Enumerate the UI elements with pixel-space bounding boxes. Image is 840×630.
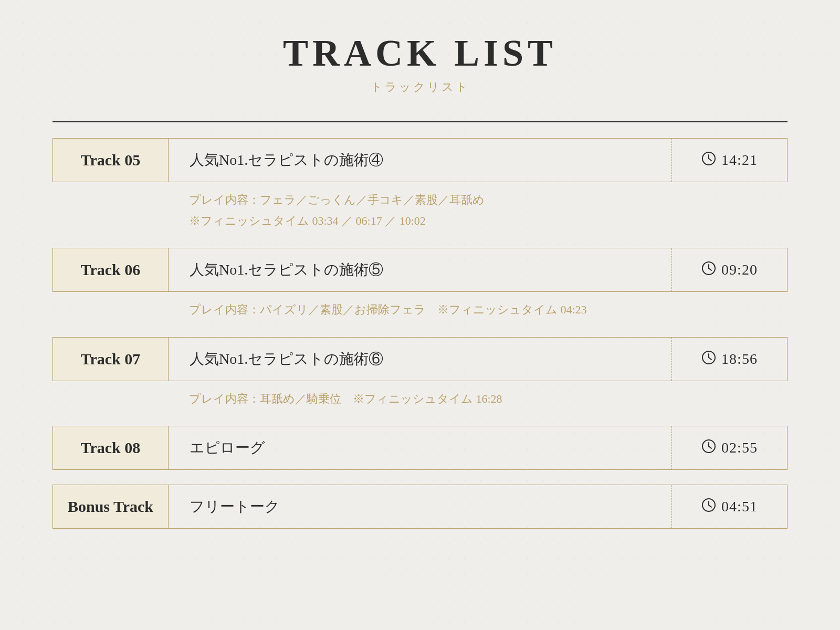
track-label-track05: Track 05 <box>53 139 169 182</box>
play-content-line: プレイ内容：フェラ／ごっくん／手コキ／素股／耳舐め <box>189 190 766 211</box>
clock-icon <box>701 350 716 368</box>
spacer <box>52 474 788 485</box>
page-subtitle: トラックリスト <box>283 79 557 95</box>
svg-line-5 <box>709 268 711 270</box>
play-content-line: プレイ内容：耳舐め／騎乗位 ※フィニッシュタイム 16:28 <box>189 388 766 410</box>
track-duration-track08: 02:55 <box>671 426 787 469</box>
track-block-bonus: Bonus Trackフリートーク 04:51 <box>52 485 788 529</box>
track-title-bonus: フリートーク <box>169 485 671 528</box>
spacer <box>52 421 788 426</box>
track-row-track07: Track 07人気No1.セラピストの施術⑥ 18:56 <box>52 337 788 381</box>
track-title-track06: 人気No1.セラピストの施術⑤ <box>169 248 671 291</box>
track-label-track06: Track 06 <box>53 248 169 291</box>
track-row-bonus: Bonus Trackフリートーク 04:51 <box>52 485 788 529</box>
svg-line-8 <box>709 358 711 360</box>
track-title-track07: 人気No1.セラピストの施術⑥ <box>169 338 671 381</box>
track-row-track08: Track 08エピローグ 02:55 <box>52 426 788 470</box>
spacer <box>52 243 788 248</box>
spacer <box>52 332 788 337</box>
play-content-track05: プレイ内容：フェラ／ごっくん／手コキ／素股／耳舐め※フィニッシュタイム 03:3… <box>52 182 788 238</box>
track-block-track05: Track 05人気No1.セラピストの施術④ 14:21プレイ内容：フェラ／ご… <box>52 138 788 238</box>
play-content-track06: プレイ内容：パイズリ／素股／お掃除フェラ ※フィニッシュタイム 04:23 <box>52 292 788 328</box>
clock-icon <box>701 151 716 169</box>
play-content-track07: プレイ内容：耳舐め／騎乗位 ※フィニッシュタイム 16:28 <box>52 381 788 417</box>
track-label-track08: Track 08 <box>53 426 169 469</box>
duration-text-track07: 18:56 <box>721 351 758 368</box>
track-title-track08: エピローグ <box>169 426 671 469</box>
svg-line-14 <box>709 505 711 507</box>
play-content-line: プレイ内容：パイズリ／素股／お掃除フェラ ※フィニッシュタイム 04:23 <box>189 299 766 320</box>
clock-icon <box>701 261 716 279</box>
track-label-track07: Track 07 <box>53 338 169 381</box>
track-duration-track07: 18:56 <box>671 338 787 381</box>
track-duration-track06: 09:20 <box>671 248 787 291</box>
duration-text-track06: 09:20 <box>721 261 758 278</box>
track-block-track06: Track 06人気No1.セラピストの施術⑤ 09:20プレイ内容：パイズリ／… <box>52 248 788 328</box>
svg-line-2 <box>709 159 711 161</box>
main-divider <box>52 121 788 122</box>
page-header: TRACK LIST トラックリスト <box>283 32 557 95</box>
page-title: TRACK LIST <box>283 32 557 75</box>
svg-line-11 <box>709 446 711 448</box>
track-title-track05: 人気No1.セラピストの施術④ <box>169 139 671 182</box>
duration-text-track05: 14:21 <box>721 152 758 169</box>
track-duration-track05: 14:21 <box>671 139 787 182</box>
track-block-track08: Track 08エピローグ 02:55 <box>52 426 788 470</box>
track-label-bonus: Bonus Track <box>53 485 169 528</box>
play-content-line: ※フィニッシュタイム 03:34 ／ 06:17 ／ 10:02 <box>189 211 766 232</box>
track-block-track07: Track 07人気No1.セラピストの施術⑥ 18:56プレイ内容：耳舐め／騎… <box>52 337 788 417</box>
duration-text-bonus: 04:51 <box>721 498 758 515</box>
track-duration-bonus: 04:51 <box>671 485 787 528</box>
clock-icon <box>701 498 716 516</box>
track-row-track06: Track 06人気No1.セラピストの施術⑤ 09:20 <box>52 248 788 292</box>
clock-icon <box>701 439 716 457</box>
duration-text-track08: 02:55 <box>721 439 758 456</box>
track-list: Track 05人気No1.セラピストの施術④ 14:21プレイ内容：フェラ／ご… <box>52 138 788 538</box>
track-row-track05: Track 05人気No1.セラピストの施術④ 14:21 <box>52 138 788 182</box>
spacer <box>52 533 788 538</box>
